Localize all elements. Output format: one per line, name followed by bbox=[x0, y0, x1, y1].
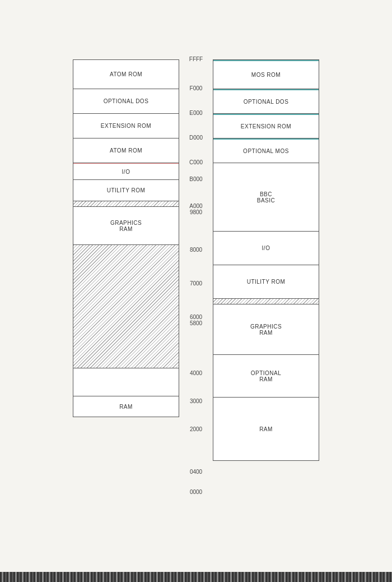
address-label-1: F000 bbox=[179, 85, 213, 91]
address-label-13: 0400 bbox=[179, 469, 213, 475]
atom-memory-column: ATOM ROMOPTIONAL DOSEXTENSION ROMATOM RO… bbox=[73, 59, 179, 417]
atom-block-9 bbox=[73, 368, 179, 396]
address-label-12: 2000 bbox=[179, 426, 213, 432]
bbc-block-7 bbox=[213, 299, 319, 304]
atom-block-0: ATOM ROM bbox=[73, 60, 179, 89]
address-label-7: 8000 bbox=[179, 247, 213, 253]
atom-block-3: ATOM ROM bbox=[73, 138, 179, 163]
address-label-10: 4000 bbox=[179, 370, 213, 376]
address-label-3: D000 bbox=[179, 135, 213, 141]
atom-block-4: I/O bbox=[73, 163, 179, 180]
atom-block-6 bbox=[73, 201, 179, 207]
bbc-memory-column: MOS ROMOPTIONAL DOSEXTENSION ROMOPTIONAL… bbox=[213, 59, 319, 461]
atom-block-1: OPTIONAL DOS bbox=[73, 89, 179, 114]
atom-block-5: UTILITY ROM bbox=[73, 180, 179, 201]
address-label-0: FFFF bbox=[179, 56, 213, 62]
bbc-column-wrapper: MOS ROMOPTIONAL DOSEXTENSION ROMOPTIONAL… bbox=[213, 56, 319, 505]
atom-block-10: RAM bbox=[73, 396, 179, 417]
address-label-5: B000 bbox=[179, 176, 213, 182]
bbc-block-4: BBC BASIC bbox=[213, 163, 319, 232]
bbc-block-9: OPTIONAL RAM bbox=[213, 355, 319, 398]
atom-block-2: EXTENSION ROM bbox=[73, 114, 179, 138]
address-label-4: C000 bbox=[179, 159, 213, 165]
diagram-container: ATOM ROMOPTIONAL DOSEXTENSION ROMATOM RO… bbox=[0, 56, 392, 505]
address-label-14: 0000 bbox=[179, 489, 213, 495]
address-label-9: 6000 5800 bbox=[179, 314, 213, 326]
address-column: FFFFF000E000D000C000B000A000 98008000700… bbox=[179, 56, 213, 505]
bbc-block-6: UTILITY ROM bbox=[213, 265, 319, 299]
bbc-block-8: GRAPHICS RAM bbox=[213, 304, 319, 355]
address-label-8: 7000 bbox=[179, 280, 213, 287]
bbc-block-10: RAM bbox=[213, 398, 319, 460]
address-label-11: 3000 bbox=[179, 398, 213, 404]
atom-block-8 bbox=[73, 245, 179, 368]
atom-column-wrapper: ATOM ROMOPTIONAL DOSEXTENSION ROMATOM RO… bbox=[73, 56, 179, 505]
bottom-bar bbox=[0, 572, 392, 582]
bbc-block-1: OPTIONAL DOS bbox=[213, 89, 319, 114]
bbc-block-0: MOS ROM bbox=[213, 60, 319, 89]
bbc-block-5: I/O bbox=[213, 232, 319, 265]
address-label-6: A000 9800 bbox=[179, 203, 213, 215]
address-label-2: E000 bbox=[179, 110, 213, 116]
bbc-block-3: OPTIONAL MOS bbox=[213, 138, 319, 163]
bbc-block-2: EXTENSION ROM bbox=[213, 114, 319, 138]
atom-block-7: GRAPHICS RAM bbox=[73, 207, 179, 245]
